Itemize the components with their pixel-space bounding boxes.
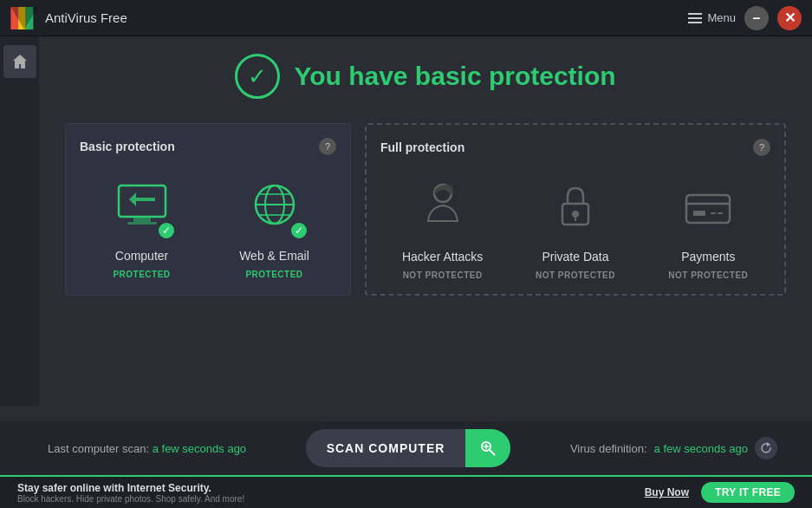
private-data-icon-wrap	[536, 173, 614, 243]
status-message: You have basic protection	[294, 62, 615, 91]
computer-item[interactable]: ✓ Computer PROTECTED	[99, 173, 185, 279]
scan-button-label: SCAN COMPUTER	[306, 431, 466, 466]
hacker-attacks-status: NOT PROTECTED	[403, 270, 483, 280]
main-content: ✓ You have basic protection Basic protec…	[39, 36, 812, 296]
buy-now-button[interactable]: Buy Now	[645, 486, 689, 498]
bottom-banner: Stay safer online with Internet Security…	[0, 475, 812, 508]
svg-rect-16	[686, 195, 730, 223]
basic-card-header: Basic protection ?	[80, 138, 336, 155]
private-data-label: Private Data	[542, 250, 608, 264]
hamburger-icon	[688, 13, 702, 23]
status-header: ✓ You have basic protection	[65, 54, 786, 99]
close-button[interactable]: ✕	[777, 6, 802, 30]
titlebar-right: Menu – ✕	[688, 6, 802, 30]
svg-rect-19	[711, 212, 716, 214]
cards-row: Basic protection ? ✓	[65, 123, 786, 296]
refresh-icon	[760, 442, 772, 454]
hacker-attacks-label: Hacker Attacks	[402, 250, 483, 264]
computer-icon-wrap: ✓	[103, 173, 181, 242]
titlebar: AntiVirus Free Menu – ✕	[0, 0, 812, 36]
private-data-item[interactable]: Private Data NOT PROTECTED	[532, 173, 619, 280]
computer-status: PROTECTED	[113, 270, 170, 279]
basic-protection-card: Basic protection ? ✓	[65, 123, 351, 296]
computer-protected-badge: ✓	[157, 221, 176, 240]
full-card-header: Full protection ?	[380, 139, 770, 156]
last-scan-label: Last computer scan:	[48, 442, 149, 455]
last-scan-time: a few seconds ago	[153, 442, 246, 455]
payments-status: NOT PROTECTED	[668, 270, 748, 280]
checkmark-icon: ✓	[248, 65, 267, 88]
banner-actions: Buy Now TRY IT FREE	[645, 482, 795, 503]
home-button[interactable]	[3, 45, 36, 78]
home-icon	[11, 53, 29, 70]
computer-label: Computer	[115, 249, 168, 263]
svg-line-22	[490, 450, 495, 455]
private-data-status: NOT PROTECTED	[536, 270, 615, 280]
refresh-button[interactable]	[755, 437, 777, 459]
web-email-check-icon: ✓	[295, 225, 303, 236]
sidebar	[0, 36, 39, 406]
full-card-title: Full protection	[380, 140, 464, 154]
basic-help-button[interactable]: ?	[319, 138, 336, 155]
virus-def-info: Virus definition: a few seconds ago	[570, 437, 777, 459]
computer-check-icon: ✓	[162, 225, 171, 236]
web-email-item[interactable]: ✓ Web & Email PROTECTED	[231, 173, 318, 279]
menu-button[interactable]: Menu	[688, 11, 736, 24]
last-scan-info: Last computer scan: a few seconds ago	[48, 442, 246, 455]
payments-item[interactable]: Payments NOT PROTECTED	[665, 173, 751, 280]
app-title: AntiVirus Free	[45, 10, 127, 25]
status-circle: ✓	[235, 54, 280, 99]
scan-bar: Last computer scan: a few seconds ago SC…	[0, 421, 812, 475]
payments-icon-wrap	[669, 173, 747, 243]
hacker-attacks-icon-wrap	[404, 173, 482, 243]
menu-label: Menu	[707, 11, 736, 24]
basic-items-grid: ✓ Computer PROTECTED	[80, 173, 336, 279]
web-email-protected-badge: ✓	[289, 221, 309, 240]
web-email-icon-wrap: ✓	[236, 173, 314, 242]
svg-rect-20	[718, 212, 723, 214]
full-items-grid: Hacker Attacks NOT PROTECTED Private Dat…	[380, 173, 770, 280]
full-protection-card: Full protection ? Hacker A	[365, 123, 786, 296]
full-help-button[interactable]: ?	[753, 139, 770, 156]
hacker-attacks-icon	[412, 178, 473, 238]
web-email-status: PROTECTED	[245, 270, 302, 279]
banner-subtitle: Block hackers. Hide private photos. Shop…	[17, 494, 244, 504]
web-email-label: Web & Email	[239, 249, 309, 263]
svg-rect-5	[133, 217, 151, 222]
private-data-icon	[545, 178, 606, 238]
try-it-free-button[interactable]: TRY IT FREE	[701, 482, 795, 503]
payments-icon	[678, 178, 738, 238]
titlebar-left: AntiVirus Free	[10, 7, 127, 29]
svg-point-14	[572, 211, 579, 218]
payments-label: Payments	[681, 250, 735, 264]
avg-logo-icon	[10, 7, 38, 29]
minimize-button[interactable]: –	[744, 6, 769, 30]
scan-icon	[465, 429, 510, 467]
scan-computer-button[interactable]: SCAN COMPUTER	[306, 429, 511, 467]
virus-def-time: a few seconds ago	[654, 442, 748, 455]
banner-text: Stay safer online with Internet Security…	[17, 482, 244, 504]
basic-card-title: Basic protection	[80, 140, 175, 153]
svg-rect-6	[127, 222, 157, 225]
virus-def-label: Virus definition:	[570, 442, 647, 455]
banner-title: Stay safer online with Internet Security…	[17, 482, 244, 494]
hacker-attacks-item[interactable]: Hacker Attacks NOT PROTECTED	[400, 173, 486, 280]
svg-marker-25	[767, 442, 770, 446]
scan-search-icon	[479, 440, 497, 457]
svg-rect-18	[693, 211, 705, 216]
